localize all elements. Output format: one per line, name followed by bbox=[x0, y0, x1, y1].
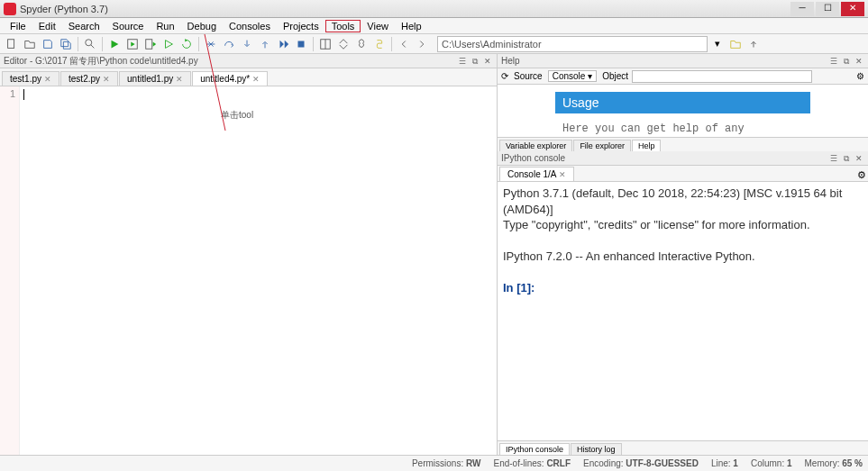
maximize-button[interactable]: ☐ bbox=[816, 2, 839, 16]
cwd-forward-icon[interactable] bbox=[414, 36, 430, 52]
continue-icon[interactable] bbox=[275, 36, 291, 52]
new-file-icon[interactable] bbox=[4, 36, 20, 52]
menu-view[interactable]: View bbox=[361, 20, 395, 32]
editor-tab[interactable]: test2.py✕ bbox=[60, 71, 118, 86]
bottom-tab-ipython-console[interactable]: IPython console bbox=[499, 443, 570, 455]
layout-icon[interactable] bbox=[317, 36, 333, 52]
help-close-icon[interactable]: ✕ bbox=[854, 56, 864, 67]
editor-header-title: Editor - G:\2017 留专用\Python code\untitle… bbox=[4, 55, 455, 68]
tab-close-icon[interactable]: ✕ bbox=[252, 75, 260, 84]
toolbar: C:\Users\Administrator ▾ bbox=[0, 34, 868, 54]
help-gear-icon[interactable]: ⚙ bbox=[856, 71, 864, 81]
editor-header: Editor - G:\2017 留专用\Python code\untitle… bbox=[0, 54, 497, 68]
object-label: Object bbox=[602, 71, 628, 81]
ipython-header-title: IPython console bbox=[501, 153, 827, 163]
minimize-button[interactable]: ─ bbox=[790, 2, 814, 16]
menu-help[interactable]: Help bbox=[395, 20, 428, 32]
run-cell-advance-icon[interactable] bbox=[142, 36, 159, 52]
open-file-icon[interactable] bbox=[22, 36, 38, 52]
status-encoding: Encoding: UTF-8-GUESSED bbox=[583, 458, 699, 468]
editor-tabs: test1.py✕test2.py✕untitled1.py✕untitled4… bbox=[0, 68, 497, 86]
tab-close-icon[interactable]: ✕ bbox=[176, 75, 183, 84]
help-toolbar: ⟳ Source Console ▾ Object ⚙ bbox=[498, 68, 868, 85]
source-select[interactable]: Console ▾ bbox=[548, 70, 597, 82]
save-all-icon[interactable] bbox=[58, 36, 74, 52]
status-permissions: Permissions: RW bbox=[412, 458, 481, 468]
menu-debug[interactable]: Debug bbox=[181, 20, 223, 32]
ipython-undock-icon[interactable]: ⧉ bbox=[841, 153, 852, 164]
status-bar: Permissions: RW End-of-lines: CRLF Encod… bbox=[0, 455, 868, 471]
status-memory: Memory: 65 % bbox=[805, 458, 863, 468]
subtab-file-explorer[interactable]: File explorer bbox=[573, 140, 631, 151]
menu-file[interactable]: File bbox=[4, 20, 32, 32]
editor-close-icon[interactable]: ✕ bbox=[482, 56, 493, 67]
search-icon[interactable] bbox=[82, 36, 98, 52]
source-label: Source bbox=[514, 71, 543, 81]
run-cell-icon[interactable] bbox=[124, 36, 141, 52]
ipython-header: IPython console ☰ ⧉ ✕ bbox=[498, 151, 868, 166]
browse-folder-icon[interactable] bbox=[727, 36, 744, 52]
preferences-icon[interactable] bbox=[353, 36, 370, 52]
bottom-tab-history-log[interactable]: History log bbox=[571, 443, 622, 455]
menu-source[interactable]: Source bbox=[106, 20, 151, 32]
status-eol: End-of-lines: CRLF bbox=[493, 458, 571, 468]
save-icon[interactable] bbox=[40, 36, 56, 52]
console-bottom-tabs: IPython consoleHistory log bbox=[498, 440, 868, 455]
python-path-icon[interactable] bbox=[371, 36, 388, 52]
code-area[interactable] bbox=[20, 86, 497, 455]
cwd-dropdown-icon[interactable]: ▾ bbox=[709, 36, 726, 52]
editor-tab[interactable]: untitled4.py*✕ bbox=[192, 71, 268, 86]
editor-undock-icon[interactable]: ⧉ bbox=[470, 56, 480, 67]
help-undock-icon[interactable]: ⧉ bbox=[841, 56, 852, 67]
status-column: Column: 1 bbox=[751, 458, 792, 468]
menu-tools[interactable]: Tools bbox=[325, 20, 361, 32]
object-input[interactable] bbox=[632, 70, 812, 83]
ipython-options-icon[interactable]: ☰ bbox=[828, 153, 839, 164]
working-directory-input[interactable]: C:\Users\Administrator bbox=[437, 36, 708, 52]
console-tab[interactable]: Console 1/A✕ bbox=[499, 167, 574, 181]
help-header: Help ☰ ⧉ ✕ bbox=[498, 54, 868, 68]
menu-run[interactable]: Run bbox=[150, 20, 180, 32]
ipython-close-icon[interactable]: ✕ bbox=[854, 153, 864, 164]
editor-tab[interactable]: test1.py✕ bbox=[2, 71, 59, 86]
run-icon[interactable] bbox=[106, 36, 123, 52]
help-header-title: Help bbox=[501, 56, 827, 66]
help-options-icon[interactable]: ☰ bbox=[828, 56, 839, 67]
console-tab-close-icon[interactable]: ✕ bbox=[559, 170, 566, 179]
close-button[interactable]: ✕ bbox=[841, 2, 864, 16]
line-gutter: 1 bbox=[0, 86, 20, 455]
window-title: Spyder (Python 3.7) bbox=[20, 4, 789, 14]
parent-dir-icon[interactable] bbox=[745, 36, 762, 52]
tab-close-icon[interactable]: ✕ bbox=[103, 75, 110, 84]
menu-consoles[interactable]: Consoles bbox=[223, 20, 277, 32]
rerun-icon[interactable] bbox=[178, 36, 195, 52]
editor-tab[interactable]: untitled1.py✕ bbox=[119, 71, 191, 86]
step-into-icon[interactable] bbox=[239, 36, 255, 52]
code-editor[interactable]: 1 单击tool bbox=[0, 86, 497, 455]
subtab-variable-explorer[interactable]: Variable explorer bbox=[499, 140, 572, 151]
usage-heading: Usage bbox=[555, 92, 810, 113]
svg-rect-5 bbox=[298, 41, 305, 47]
console-output[interactable]: Python 3.7.1 (default, Dec 10 2018, 22:5… bbox=[498, 182, 868, 440]
svg-line-2 bbox=[91, 44, 95, 48]
cwd-back-icon[interactable] bbox=[396, 36, 412, 52]
console-gear-icon[interactable]: ⚙ bbox=[857, 169, 866, 181]
menu-search[interactable]: Search bbox=[62, 20, 106, 32]
step-over-icon[interactable] bbox=[221, 36, 237, 52]
step-out-icon[interactable] bbox=[257, 36, 273, 52]
menu-bar: FileEditSearchSourceRunDebugConsolesProj… bbox=[0, 18, 868, 34]
subtab-help[interactable]: Help bbox=[632, 140, 662, 151]
help-refresh-icon[interactable]: ⟳ bbox=[501, 71, 508, 81]
stop-debug-icon[interactable] bbox=[293, 36, 309, 52]
svg-rect-4 bbox=[146, 39, 152, 49]
maximize-pane-icon[interactable] bbox=[335, 36, 352, 52]
help-subtabs: Variable explorerFile explorerHelp bbox=[498, 137, 868, 151]
tab-close-icon[interactable]: ✕ bbox=[44, 75, 51, 84]
menu-projects[interactable]: Projects bbox=[277, 20, 325, 32]
run-selection-icon[interactable] bbox=[160, 36, 177, 52]
help-body: Usage Here you can get help of any bbox=[498, 85, 868, 137]
editor-options-icon[interactable]: ☰ bbox=[457, 56, 468, 67]
menu-edit[interactable]: Edit bbox=[32, 20, 62, 32]
svg-point-1 bbox=[86, 39, 92, 45]
debug-icon[interactable] bbox=[203, 36, 219, 52]
